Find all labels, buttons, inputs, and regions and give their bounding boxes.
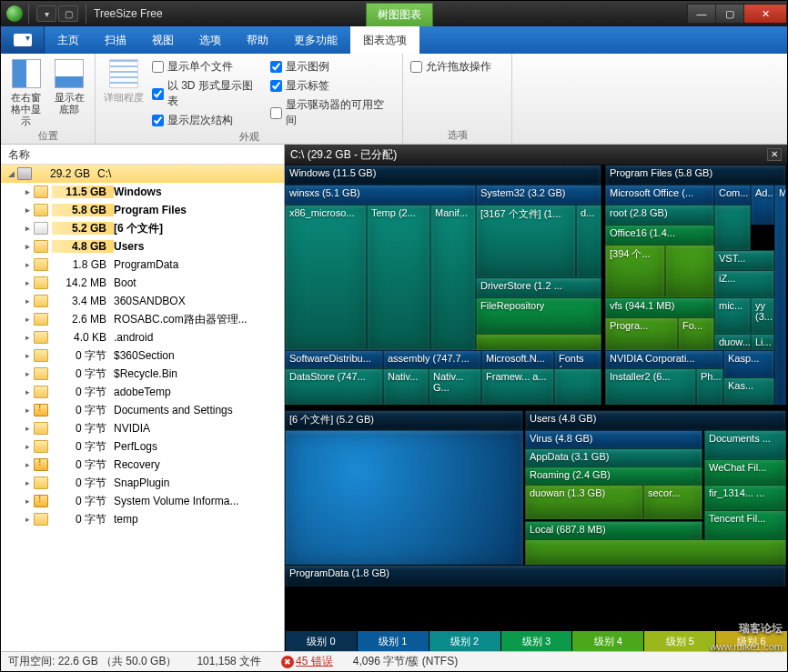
tree-header[interactable]: 名称 [1, 145, 284, 165]
expand-icon[interactable]: ▸ [21, 278, 34, 287]
block-winsxs[interactable]: winsxs (5.1 GB) [285, 185, 476, 205]
check-legend[interactable]: 显示图例 [270, 59, 395, 75]
block-x86[interactable]: x86_microso... [285, 205, 367, 350]
legend-level-6[interactable]: 级别 6 [715, 631, 787, 651]
legend-level-5[interactable]: 级别 5 [643, 631, 715, 651]
tree-row[interactable]: ▸0 字节SnapPlugin [1, 474, 284, 492]
block-programdata[interactable]: ProgramData (1.8 GB) [285, 565, 786, 587]
block-temp[interactable]: Temp (2... [367, 205, 430, 350]
block-documents[interactable]: Documents ... [704, 430, 786, 459]
block-manif[interactable]: Manif... [430, 205, 476, 350]
tree-row[interactable]: ▸0 字节$Recycle.Bin [1, 365, 284, 383]
tab-options[interactable]: 选项 [187, 26, 234, 54]
tree-row[interactable]: ▸0 字节$360Section [1, 346, 284, 365]
block-roaming[interactable]: Roaming (2.4 GB) [525, 466, 702, 485]
block-windows[interactable]: Windows (11.5 GB) [285, 165, 601, 185]
tree-row[interactable]: ▸0 字节Recovery [1, 456, 284, 474]
block-swd[interactable]: SoftwareDistribu... [285, 350, 383, 368]
tab-view[interactable]: 视图 [139, 26, 187, 54]
block[interactable] [476, 334, 601, 350]
block-tencent[interactable]: Tencent Fil... [704, 510, 786, 539]
context-tab[interactable]: 树图图表 [366, 3, 433, 26]
minimize-button[interactable]: — [687, 4, 716, 24]
expand-icon[interactable]: ▸ [21, 496, 34, 506]
tree-row[interactable]: ▸5.8 GBProgram Files [1, 201, 284, 219]
block-sixfiles-body[interactable] [285, 430, 523, 565]
block-vfs[interactable]: vfs (944.1 MB) [605, 297, 714, 317]
block-duowan[interactable]: duowan (1.3 GB) [525, 485, 643, 519]
block[interactable] [554, 368, 601, 405]
expand-icon[interactable]: ▸ [21, 442, 34, 451]
block[interactable] [665, 245, 714, 297]
block-vst[interactable]: VST... [714, 250, 774, 270]
app-icon[interactable] [6, 5, 23, 22]
tab-scan[interactable]: 扫描 [92, 26, 139, 54]
expand-icon[interactable]: ▸ [21, 242, 34, 251]
block-progra[interactable]: Progra... [605, 317, 678, 350]
tab-more[interactable]: 更多功能 [281, 26, 350, 54]
qat-button[interactable]: ▢ [58, 5, 78, 22]
expand-icon[interactable]: ▸ [21, 424, 34, 433]
block-appdata[interactable]: AppData (3.1 GB) [525, 448, 702, 466]
legend-level-2[interactable]: 级别 2 [429, 631, 500, 651]
block[interactable] [714, 205, 751, 250]
block-framew[interactable]: Framew... a... [481, 368, 554, 405]
legend-level-3[interactable]: 级别 3 [500, 631, 572, 651]
block-fir[interactable]: fir_1314... ... [704, 485, 786, 510]
maximize-button[interactable]: ▢ [715, 4, 744, 24]
check-hierarchy[interactable]: 显示层次结构 [152, 113, 264, 128]
expand-icon[interactable]: ▸ [21, 333, 34, 342]
tree-row[interactable]: ▸0 字节PerfLogs [1, 437, 284, 456]
tree-row[interactable]: ▸4.0 KB.android [1, 328, 284, 346]
block-sixfiles[interactable]: [6 个文件] (5.2 GB) [285, 410, 523, 430]
expand-icon[interactable]: ▸ [21, 296, 34, 306]
block-users[interactable]: Users (4.8 GB) [525, 410, 786, 430]
expand-icon[interactable]: ▸ [21, 187, 34, 196]
block-duow[interactable]: duow... [714, 334, 751, 350]
check-allow-drag[interactable]: 允许拖放操作 [410, 59, 491, 75]
tree-row-root[interactable]: ◢29.2 GBC:\ [1, 165, 284, 183]
legend-level-0[interactable]: 级别 0 [285, 631, 357, 651]
show-right-button[interactable]: 在右窗格中显示 [8, 57, 45, 127]
tree-row[interactable]: ▸5.2 GB[6 个文件] [1, 219, 284, 237]
tree-row[interactable]: ▸1.8 GBProgramData [1, 256, 284, 274]
block-office16[interactable]: Office16 (1.4... [605, 225, 714, 245]
block-nativ1[interactable]: Nativ... [383, 368, 429, 405]
block-mi[interactable]: MI... [774, 185, 786, 405]
block-d[interactable]: d... [576, 205, 601, 277]
block-3167files[interactable]: [3167 个文件] (1... [476, 205, 576, 277]
tree-row[interactable]: ▸0 字节NVIDIA [1, 419, 284, 437]
treemap-close-icon[interactable]: ✕ [767, 148, 782, 161]
tab-help[interactable]: 帮助 [234, 26, 281, 54]
expand-icon[interactable]: ▸ [21, 369, 34, 378]
tree-row[interactable]: ▸2.6 MBROSABC.com路由器管理... [1, 310, 284, 328]
block-local[interactable]: Local (687.8 MB) [525, 521, 702, 539]
block-msnet[interactable]: Microsoft.N... [481, 350, 554, 368]
expand-icon[interactable]: ▸ [21, 406, 34, 415]
expand-icon[interactable]: ▸ [21, 515, 34, 524]
treemap-body[interactable]: Windows (11.5 GB) winsxs (5.1 GB) x86_mi… [285, 165, 787, 631]
show-bottom-button[interactable]: 显示在底部 [52, 57, 88, 115]
block-394files[interactable]: [394 个... [605, 245, 665, 297]
tree-body[interactable]: ◢29.2 GBC:\▸11.5 GBWindows▸5.8 GBProgram… [1, 165, 284, 651]
status-errors-link[interactable]: 45 错误 [281, 654, 333, 669]
block-assembly[interactable]: assembly (747.7... [383, 350, 481, 368]
check-3d[interactable]: 以 3D 形式显示图表 [152, 78, 264, 109]
block-mic[interactable]: mic... [714, 297, 751, 334]
block-yy[interactable]: yy (3... [751, 297, 774, 334]
block-ph[interactable]: Ph... [696, 368, 723, 405]
block-ad[interactable]: Ad... [751, 185, 774, 225]
block[interactable] [525, 539, 786, 565]
block-kasp[interactable]: Kasp... [723, 350, 774, 377]
block-kas[interactable]: Kas... [723, 377, 774, 405]
expand-icon[interactable]: ▸ [21, 315, 34, 324]
tab-chart-options[interactable]: 图表选项 [350, 26, 419, 54]
expand-icon[interactable]: ▸ [21, 478, 34, 487]
expand-icon[interactable]: ▸ [21, 387, 34, 396]
expand-icon[interactable]: ▸ [21, 460, 34, 469]
block-virus[interactable]: Virus (4.8 GB) [525, 430, 702, 448]
tree-row[interactable]: ▸4.8 GBUsers [1, 237, 284, 256]
expand-icon[interactable]: ▸ [21, 224, 34, 233]
tree-row[interactable]: ▸0 字节temp [1, 510, 284, 528]
block-filerepo[interactable]: FileRepository [476, 297, 601, 334]
